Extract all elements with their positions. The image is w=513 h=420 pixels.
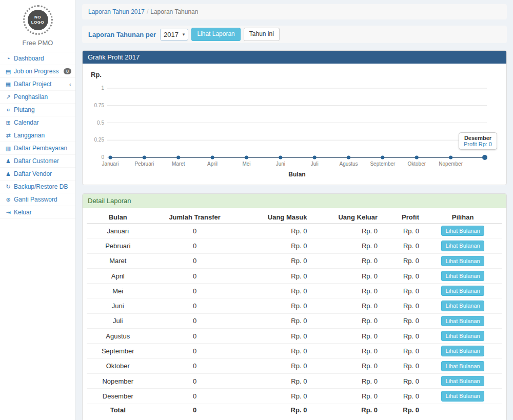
tahun-ini-button[interactable]: Tahun ini	[244, 28, 280, 41]
sidebar-item-label: Daftar Project	[14, 81, 69, 88]
data-point	[279, 156, 282, 159]
cell-uang-masuk: Rp. 0	[241, 358, 311, 373]
year-select[interactable]: 2017 ▾	[160, 29, 188, 41]
table-row: Maret0Rp. 0Rp. 0Rp. 0Lihat Bulanan	[87, 253, 502, 268]
detail-panel-title: Detail Laporan	[83, 194, 506, 208]
table-row: Pebruari0Rp. 0Rp. 0Rp. 0Lihat Bulanan	[87, 238, 502, 253]
sidebar-item-daftar-vendor[interactable]: ♟Daftar Vendor	[0, 168, 75, 181]
lihat-bulanan-button[interactable]: Lihat Bulanan	[441, 271, 484, 281]
y-tick-label: 0.75	[94, 103, 105, 108]
cell-jumlah-transfer: 0	[149, 253, 241, 268]
sidebar-item-keluar[interactable]: ⇥Keluar	[0, 206, 75, 219]
lihat-bulanan-button[interactable]: Lihat Bulanan	[441, 361, 484, 371]
sidebar-item-backup-restore-db[interactable]: ↻Backup/Restore DB	[0, 181, 75, 193]
cell-jumlah-transfer: 0	[149, 268, 241, 283]
lihat-bulanan-button[interactable]: Lihat Bulanan	[441, 331, 484, 341]
table-row: April0Rp. 0Rp. 0Rp. 0Lihat Bulanan	[87, 268, 502, 283]
no-logo-line2: LOGO	[31, 20, 45, 25]
cell-profit: Rp. 0	[382, 284, 423, 298]
data-point	[313, 156, 317, 159]
cell-uang-keluar: Rp. 0	[311, 389, 382, 404]
lihat-bulanan-button[interactable]: Lihat Bulanan	[441, 241, 484, 251]
sidebar-item-langganan[interactable]: ⇄Langganan	[0, 129, 75, 142]
cell-bulan: Agustus	[87, 329, 149, 344]
cell-uang-masuk: Rp. 0	[241, 344, 311, 358]
chart-panel-title: Grafik Profit 2017	[83, 51, 506, 64]
data-point	[482, 155, 487, 160]
sidebar-item-label: Backup/Restore DB	[14, 183, 71, 190]
cell-bulan: Mei	[87, 284, 149, 298]
cell-uang-keluar: Rp. 0	[311, 329, 382, 344]
lihat-bulanan-button[interactable]: Lihat Bulanan	[441, 391, 484, 401]
profit-line-chart: Rp.10.750.50.250JanuariPebruariMaretApri…	[87, 68, 502, 181]
y-axis-title: Rp.	[91, 71, 102, 78]
table-row: Juli0Rp. 0Rp. 0Rp. 0Lihat Bulanan	[87, 313, 502, 328]
sidebar-item-ganti-password[interactable]: ⊛Ganti Password	[0, 193, 75, 206]
cell-uang-masuk: Rp. 0	[241, 284, 311, 298]
breadcrumb-link[interactable]: Laporan Tahun 2017	[88, 8, 145, 15]
x-tick-label: September	[370, 161, 396, 167]
lihat-bulanan-button[interactable]: Lihat Bulanan	[441, 301, 484, 311]
table-row: September0Rp. 0Rp. 0Rp. 0Lihat Bulanan	[87, 344, 502, 358]
x-tick-label: Nopember	[439, 161, 463, 167]
x-tick-label: Oktober	[407, 161, 426, 167]
lihat-bulanan-button[interactable]: Lihat Bulanan	[441, 376, 484, 386]
cell-jumlah-transfer: 0	[149, 238, 241, 253]
sidebar-menu: ◔Dashboard▤Job on Progress0▦Daftar Proje…	[0, 52, 75, 219]
cell-uang-keluar: Rp. 0	[311, 298, 382, 313]
y-tick-label: 0.5	[97, 120, 104, 126]
count-badge: 0	[64, 68, 71, 74]
table-row: Oktober0Rp. 0Rp. 0Rp. 0Lihat Bulanan	[87, 358, 502, 373]
lihat-bulanan-button[interactable]: Lihat Bulanan	[441, 226, 484, 236]
cell-uang-masuk: Rp. 0	[241, 298, 311, 313]
table-icon: ▦	[4, 81, 12, 88]
cell-pilihan: Lihat Bulanan	[423, 253, 502, 268]
lihat-bulanan-button[interactable]: Lihat Bulanan	[441, 256, 484, 266]
cell-profit: Rp. 0	[382, 224, 423, 238]
no-logo-text: NO LOGO	[28, 10, 48, 30]
sidebar-item-label: Ganti Password	[14, 196, 71, 203]
data-point	[381, 156, 384, 159]
sidebar-item-daftar-customer[interactable]: ♟Daftar Customer	[0, 155, 75, 168]
breadcrumb-current: Laporan Tahunan	[150, 8, 198, 15]
lihat-bulanan-button[interactable]: Lihat Bulanan	[441, 346, 484, 356]
cell-pilihan: Lihat Bulanan	[423, 284, 502, 298]
cell-uang-keluar: Rp. 0	[311, 224, 382, 238]
table-row: Agustus0Rp. 0Rp. 0Rp. 0Lihat Bulanan	[87, 329, 502, 344]
sidebar-item-piutang[interactable]: ¤Piutang	[0, 104, 75, 116]
subscription-icon: ⇄	[4, 132, 12, 139]
cell-bulan: Juli	[87, 313, 149, 328]
data-point	[449, 156, 452, 159]
sidebar-item-job-on-progress[interactable]: ▤Job on Progress0	[0, 65, 75, 78]
sidebar-item-daftar-pembayaran[interactable]: ▥Daftar Pembayaran	[0, 142, 75, 155]
money-icon: ¤	[4, 107, 12, 113]
cell-total-profit: Rp. 0	[382, 404, 423, 416]
table-row: Nopember0Rp. 0Rp. 0Rp. 0Lihat Bulanan	[87, 373, 502, 388]
data-point	[347, 156, 350, 159]
cell-pilihan: Lihat Bulanan	[423, 224, 502, 238]
lihat-bulanan-button[interactable]: Lihat Bulanan	[441, 286, 484, 296]
cell-bulan: April	[87, 268, 149, 283]
cell-uang-keluar: Rp. 0	[311, 358, 382, 373]
sidebar-item-label: Daftar Customer	[14, 157, 71, 165]
data-point	[143, 156, 146, 159]
sidebar-item-calendar[interactable]: ⊞Calendar	[0, 116, 75, 129]
sidebar-item-penghasilan[interactable]: ↗Penghasilan	[0, 91, 75, 104]
column-header: Pilihan	[423, 211, 502, 224]
cell-profit: Rp. 0	[382, 373, 423, 388]
x-tick-label: April	[207, 161, 218, 167]
cell-jumlah-transfer: 0	[149, 224, 241, 238]
cell-pilihan: Lihat Bulanan	[423, 358, 502, 373]
sidebar-item-daftar-project[interactable]: ▦Daftar Project‹	[0, 78, 75, 91]
column-header: Uang Keluar	[311, 211, 382, 224]
column-header: Jumlah Transfer	[149, 211, 241, 224]
chart-tooltip-value: Profit Rp: 0	[464, 141, 492, 147]
cell-jumlah-transfer: 0	[149, 284, 241, 298]
users-icon: ♟	[4, 171, 12, 177]
lihat-laporan-button[interactable]: Lihat Laporan	[191, 28, 240, 41]
brand-name: Free PMO	[0, 39, 75, 47]
calendar-icon: ⊞	[4, 119, 12, 126]
lihat-bulanan-button[interactable]: Lihat Bulanan	[441, 316, 484, 326]
sidebar-item-dashboard[interactable]: ◔Dashboard	[0, 52, 75, 65]
no-logo-badge: NO LOGO	[23, 5, 53, 35]
